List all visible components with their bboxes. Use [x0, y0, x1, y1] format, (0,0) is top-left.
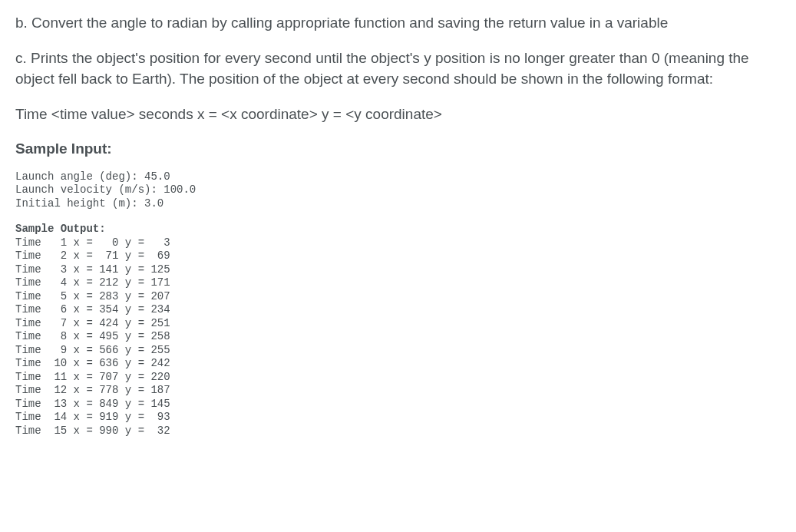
sample-output-block: Sample Output: Time 1 x = 0 y = 3 Time 2… — [15, 223, 781, 438]
format-line: Time <time value> seconds x = <x coordin… — [15, 104, 781, 125]
instruction-b: b. Convert the angle to radian by callin… — [15, 12, 781, 34]
instruction-c: c. Prints the object's position for ever… — [15, 48, 781, 90]
sample-input-block: Launch angle (deg): 45.0 Launch velocity… — [15, 170, 781, 211]
sample-output-heading: Sample Output: — [15, 223, 106, 235]
sample-input-heading: Sample Input: — [15, 138, 781, 160]
sample-output-lines: Time 1 x = 0 y = 3 Time 2 x = 71 y = 69 … — [15, 236, 170, 437]
